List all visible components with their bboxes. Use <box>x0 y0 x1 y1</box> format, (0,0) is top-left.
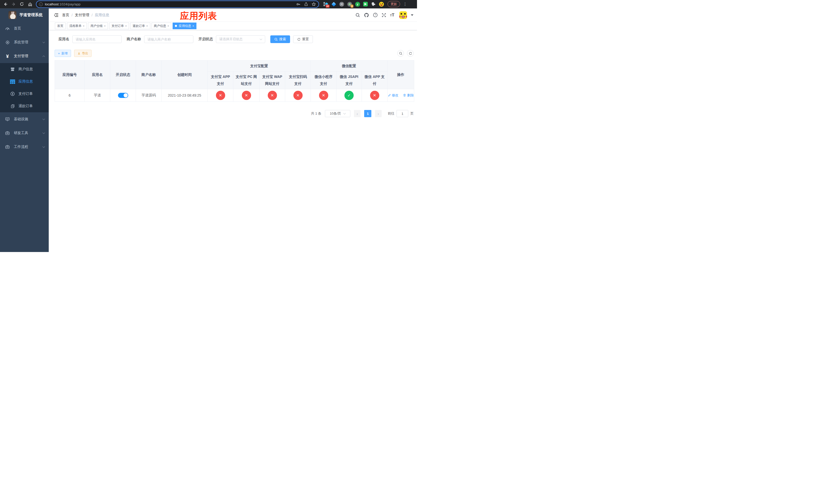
tab-close-icon[interactable]: × <box>104 24 105 27</box>
extension-command-icon[interactable]: ⌘ <box>339 2 344 7</box>
pagination-total: 共 1 条 <box>311 111 321 116</box>
tab-close-icon[interactable]: × <box>192 24 194 27</box>
tab-close-icon[interactable]: × <box>168 24 169 27</box>
chevron-down-icon <box>43 41 45 43</box>
tab-close-icon[interactable]: × <box>146 24 148 27</box>
status-select[interactable]: 请选择开启状态 <box>216 36 265 43</box>
status-label: 开启状态 <box>198 37 213 42</box>
tag-home[interactable]: 首页 <box>55 23 66 29</box>
status-toggle[interactable] <box>118 93 128 98</box>
next-page-button[interactable]: › <box>375 110 381 117</box>
app-name-input[interactable] <box>76 38 118 41</box>
chevron-up-icon <box>43 55 45 58</box>
col-actions: 操作 <box>388 61 414 89</box>
sidebar-collapse-icon[interactable] <box>52 10 61 20</box>
toolbox-icon <box>5 144 10 149</box>
edit-link[interactable]: 修改 <box>388 93 398 98</box>
tag-process-form[interactable]: 流程表单× <box>67 23 87 29</box>
browser-chrome: i localhost:1024/pay/app 10 ⌘ 1 y 更新 ⋮ <box>0 0 417 8</box>
help-icon[interactable]: ? <box>373 13 378 18</box>
search-icon[interactable] <box>355 13 360 18</box>
tab-close-icon[interactable]: × <box>83 24 84 27</box>
col-alipay-app: 支付宝 APP 支付 <box>208 71 233 89</box>
extension-chat-icon[interactable] <box>363 2 368 7</box>
sidebar-item-infrastructure[interactable]: 基础设施 <box>0 112 49 126</box>
add-button[interactable]: +新增 <box>54 50 71 57</box>
gear-icon <box>5 40 10 45</box>
table-row: 6 芋道 芋道源码 2021-10-23 08:49:25 ✕ ✕ ✕ ✕ ✕ … <box>55 89 414 102</box>
refresh-icon-button[interactable] <box>407 50 414 56</box>
browser-back-icon[interactable] <box>2 1 9 7</box>
sidebar-item-dev-tools[interactable]: 研发工具 <box>0 126 49 140</box>
extension-keyset-icon[interactable]: 10 <box>323 2 328 7</box>
github-icon[interactable] <box>364 13 369 18</box>
tag-pay-orders[interactable]: 支付订单× <box>109 23 129 29</box>
group-alipay-config: 支付宝配置 <box>208 61 311 71</box>
sidebar-item-pay-orders[interactable]: 支付订单 <box>0 88 49 100</box>
search-button[interactable]: 搜索 <box>270 36 290 43</box>
chevron-down-icon <box>260 38 262 40</box>
page-number-button[interactable]: 1 <box>364 110 371 117</box>
breadcrumb-home[interactable]: 首页 <box>62 13 69 18</box>
sidebar-item-home[interactable]: 首页 <box>0 22 49 36</box>
fullscreen-icon[interactable] <box>381 13 386 18</box>
tag-merchant-info[interactable]: 商户信息× <box>152 23 171 29</box>
delete-link[interactable]: 删除 <box>403 93 414 98</box>
extension-green-y-icon[interactable]: y <box>355 2 360 7</box>
avatar-caret-icon[interactable] <box>411 14 413 16</box>
browser-update-button[interactable]: 更新 <box>388 1 400 7</box>
chevron-down-icon <box>344 112 346 115</box>
chevron-down-icon <box>43 145 45 148</box>
tag-refund-orders[interactable]: 退款订单× <box>130 23 150 29</box>
browser-home-icon[interactable] <box>27 1 33 7</box>
yen-circle-icon <box>10 92 15 96</box>
sidebar-item-app-info[interactable]: 应用信息 <box>0 75 49 88</box>
chevron-down-icon <box>43 117 45 120</box>
bookmark-star-icon[interactable] <box>312 2 316 6</box>
wechat-mini-status-icon: ✕ <box>319 91 328 100</box>
cell-app-id: 6 <box>55 89 85 102</box>
sidebar-logo[interactable]: 芋道管理系统 <box>0 8 49 22</box>
sidebar-item-payment[interactable]: ¥ 支付管理 <box>0 49 49 63</box>
app-title: 芋道管理系统 <box>20 13 43 18</box>
store-icon <box>10 67 15 71</box>
password-key-icon[interactable] <box>296 2 301 6</box>
url-bar[interactable]: i localhost:1024/pay/app <box>37 1 319 7</box>
emoji-avatar-icon[interactable] <box>379 2 384 7</box>
page-size-select[interactable]: 10条/页 <box>325 110 350 117</box>
sidebar-item-merchant-info[interactable]: 商户信息 <box>0 63 49 75</box>
extension-badge-one: 1 <box>351 5 353 8</box>
site-info-icon[interactable]: i <box>39 2 43 6</box>
tag-app-info[interactable]: 应用信息× <box>173 23 196 29</box>
share-icon[interactable] <box>304 2 308 6</box>
sidebar-item-refund-orders[interactable]: 退款订单 <box>0 100 49 112</box>
merchant-name-input[interactable] <box>148 38 190 41</box>
svg-text:?: ? <box>375 14 376 17</box>
sidebar-item-workflow[interactable]: 工作流程 <box>0 140 49 154</box>
browser-reload-icon[interactable] <box>19 1 25 7</box>
url-text[interactable]: localhost:1024/pay/app <box>45 2 294 6</box>
font-size-icon[interactable]: TT <box>390 13 394 18</box>
user-avatar[interactable] <box>399 11 407 19</box>
browser-menu-icon[interactable]: ⋮ <box>403 2 407 6</box>
sidebar-item-system[interactable]: 系统管理 <box>0 36 49 49</box>
alipay-pc-status-icon: ✕ <box>242 91 251 100</box>
extension-diamond-icon[interactable] <box>331 2 336 7</box>
col-alipay-pc: 支付宝 PC 网站支付 <box>233 71 260 89</box>
goto-page-input[interactable] <box>396 110 408 117</box>
tab-close-icon[interactable]: × <box>125 24 127 27</box>
prev-page-button[interactable]: ‹ <box>354 110 360 117</box>
app-name-label: 应用名 <box>59 37 69 42</box>
extensions-puzzle-icon[interactable] <box>371 2 376 7</box>
reset-button[interactable]: 重置 <box>293 36 313 43</box>
show-search-icon-button[interactable] <box>397 50 404 56</box>
alipay-app-status-icon: ✕ <box>216 91 225 100</box>
extensions-bar: 10 ⌘ 1 y <box>323 2 384 7</box>
browser-forward-icon[interactable] <box>10 1 17 7</box>
col-app-name: 应用名 <box>85 61 110 89</box>
export-button[interactable]: 导出 <box>74 50 91 57</box>
breadcrumb-section[interactable]: 支付管理 <box>75 13 89 18</box>
tag-user-group[interactable]: 用户分组× <box>88 23 108 29</box>
goto-label: 前往 <box>388 111 394 116</box>
extension-account-icon[interactable]: 1 <box>347 2 352 7</box>
